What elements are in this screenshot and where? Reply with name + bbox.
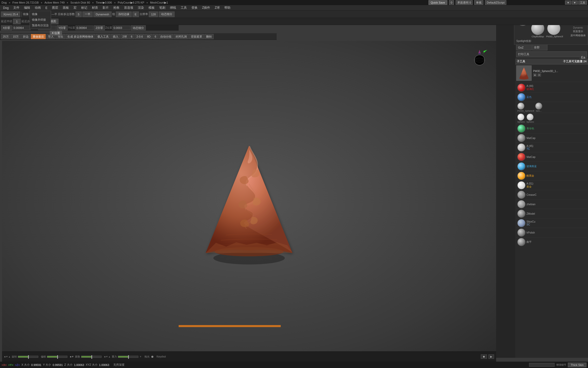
matcap-slicecu[interactable]: SliceCu SC [516, 218, 587, 228]
menu-brush[interactable]: 笔刷 [157, 5, 167, 10]
rotate-thumb[interactable] [28, 355, 29, 359]
dynamesh-btn[interactable]: Dynamesh [93, 12, 112, 17]
navigation-compass[interactable] [471, 49, 488, 66]
matcap-quping[interactable]: 曲平 [516, 237, 587, 247]
matcap-hpolish[interactable]: hPolish [516, 228, 587, 237]
tool-panel-toggle[interactable]: 工具 [578, 1, 587, 5]
sphere2-btn[interactable]: 2球 [121, 34, 129, 39]
menu-transform[interactable]: 变换 [189, 5, 200, 10]
x-btn[interactable]: X(mm) 25.4 [1, 12, 20, 17]
menu-animate[interactable]: 动画 [33, 5, 43, 10]
expand-thumb[interactable] [91, 355, 92, 359]
x-axis-indicator[interactable]: >X< [2, 363, 7, 366]
menu-file[interactable]: 文件 [11, 5, 21, 10]
auto-group-btn[interactable]: 自动分组 [158, 34, 173, 39]
menu-stroke[interactable]: 绑线 [168, 5, 178, 10]
delay-radius-val[interactable]: 1 [13, 19, 21, 24]
menu-layer[interactable]: 图层 [50, 5, 60, 10]
z-axis-indicator[interactable]: >Z< [15, 363, 20, 366]
keep-last-btn[interactable]: 重做最后 [31, 34, 46, 39]
x-zero-btn[interactable]: X归零 [1, 25, 12, 30]
menu-mark[interactable]: 标记 [79, 5, 89, 10]
menu-render[interactable]: 渲染 [136, 5, 146, 10]
3d-viewport[interactable] [2, 41, 496, 358]
mirror-item[interactable]: 镜像 [30, 12, 50, 17]
dynamic-subdiv-bar-btn[interactable]: 动态细分 [131, 25, 146, 30]
gravity-track[interactable] [118, 356, 138, 358]
subtool-eye[interactable]: ≡ [537, 73, 541, 77]
all-btn[interactable]: 全部 [532, 44, 547, 50]
z-zero-btn[interactable]: Z归零 [94, 25, 105, 30]
move-track[interactable] [47, 356, 67, 358]
insert-btn[interactable]: 插入 [111, 34, 120, 39]
thick-skin-button[interactable]: Thick Skin [568, 363, 586, 367]
matcap-item-blue[interactable]: 蓝色 [516, 93, 587, 102]
15k-btn[interactable]: 15万 [11, 34, 20, 39]
matcap-red[interactable]: MatCap [516, 152, 587, 162]
flip-btn[interactable]: 翻转 [204, 34, 214, 39]
matcap-cyan-blue[interactable]: 玻璃青蓝 [516, 162, 587, 171]
fold-btn[interactable]: 折边 [21, 34, 30, 39]
pm3d-sphere3l-item[interactable]: PM3D_Sphere3l [517, 102, 534, 112]
matcap-cyan[interactable]: 青绿色 [516, 124, 587, 133]
timeline-play-btn[interactable]: ▶ [488, 354, 494, 359]
val6-1-btn[interactable]: 6 [129, 34, 134, 39]
rotate-track[interactable] [18, 356, 38, 358]
matcap-item[interactable]: MatCap [516, 133, 587, 143]
menu-template[interactable]: 模板 [146, 5, 157, 10]
timeline-record-btn[interactable]: ⏺ [481, 354, 487, 359]
top-btn-1[interactable]: ▼ [565, 1, 571, 5]
gen-mesh-btn[interactable]: 生成 多边形网格物体 [66, 34, 95, 39]
matcap-gold[interactable]: 酷黑金 [516, 171, 587, 181]
expand-track[interactable] [81, 356, 102, 358]
menu-zplugin[interactable]: Z插件 [200, 5, 212, 10]
close-hole-btn[interactable]: 封闭孔洞 [174, 34, 189, 39]
matcap-zmodel[interactable]: ZModel [516, 209, 587, 218]
matcap-a51[interactable]: A (51) 黄金 [516, 181, 587, 190]
menu-edit[interactable]: 编辑 [22, 5, 32, 10]
sphere-item1[interactable]: Sphere: [517, 113, 525, 123]
matcap-zhebian[interactable]: zhebian [516, 200, 587, 209]
menu-rescue[interactable]: 抢救 [111, 5, 121, 10]
25k-btn[interactable]: 25万 [1, 34, 10, 39]
goz-btn[interactable]: GoZ [516, 44, 532, 50]
menu-tool[interactable]: 工具 [179, 5, 189, 10]
load-tool-btn[interactable]: 载入工具 [96, 34, 111, 39]
top-btn-2[interactable]: ▼ [572, 1, 578, 5]
y-axis-indicator[interactable]: >Y< [8, 363, 13, 366]
print-tool-btn[interactable]: 打印工具 [516, 51, 587, 57]
val8d-btn[interactable]: 8D [145, 34, 152, 39]
e-btn[interactable]: E [132, 12, 139, 17]
quick-save-button[interactable]: Quick Save [428, 0, 447, 5]
menu-zsphere[interactable]: Z球 [213, 5, 222, 10]
dynamic-subdiv-btn[interactable]: 动态细分 [159, 12, 175, 17]
sim-item[interactable]: Sim... [535, 102, 542, 112]
sphere-item2[interactable]: Sphere: [526, 113, 535, 123]
y-pos-input[interactable] [76, 26, 93, 30]
back-cull-btn[interactable]: 背面遮罩 [189, 34, 204, 39]
freeze-boundary-btn[interactable]: 冻结边缘 [116, 12, 132, 17]
move-thumb[interactable] [57, 355, 58, 359]
half-btn[interactable]: 一半 [82, 12, 93, 17]
val6-2-btn[interactable]: 6 [153, 34, 158, 39]
menu-movie[interactable]: 影片 [101, 5, 111, 10]
menu-panel[interactable]: 面板 [61, 5, 71, 10]
mirror-weld-item[interactable]: 镜像并焊接 [30, 17, 50, 23]
subdiv-val-btn[interactable]: 128 [149, 12, 158, 17]
menu-macro[interactable]: 宏 [71, 5, 79, 10]
gravity-thumb[interactable] [128, 355, 129, 359]
matcap-crease[interactable]: CreaseC [516, 190, 587, 200]
z-pos-input[interactable] [113, 26, 130, 30]
menu-preferences[interactable]: 首选项 [122, 5, 135, 10]
target-val-btn[interactable]: 5 [76, 12, 82, 17]
subtool-panel-header[interactable]: 子工具 子工具可见数量 24 [515, 59, 588, 64]
matcap-a45[interactable]: A (45) TC [516, 143, 587, 152]
menu-e[interactable]: E [43, 6, 50, 10]
x-pos-input[interactable] [13, 26, 30, 30]
subtool-toggle[interactable]: ● [533, 73, 537, 77]
menu-dog[interactable]: Dog [1, 6, 11, 10]
preview-boolian-item[interactable]: 预基布尔渲染 [30, 23, 50, 28]
menu-help[interactable]: 帮助 [222, 5, 232, 10]
subdivide-input[interactable] [529, 363, 555, 367]
matcap-item-a44[interactable]: A (44) 玻璃红 [516, 83, 587, 93]
